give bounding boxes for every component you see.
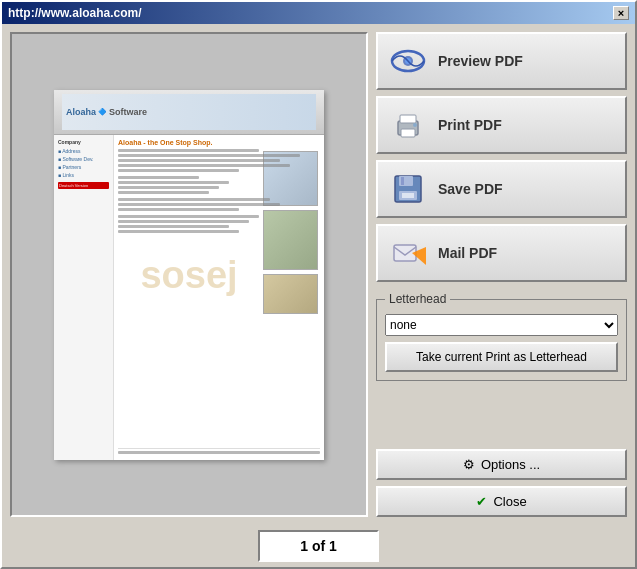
svg-point-6 — [413, 123, 417, 127]
print-pdf-button[interactable]: Print PDF — [376, 96, 627, 154]
svg-rect-4 — [401, 129, 415, 137]
content-area: Aloaha 🔷 Software Company ■ Address ■ So… — [2, 24, 635, 525]
title-bar: http://www.aloaha.com/ × — [2, 2, 635, 24]
mail-pdf-label: Mail PDF — [438, 245, 497, 261]
take-letterhead-button[interactable]: Take current Print as Letterhead — [385, 342, 618, 372]
mail-pdf-button[interactable]: Mail PDF — [376, 224, 627, 282]
sidebar-item-4: ■ Links — [58, 172, 109, 178]
options-button[interactable]: ⚙ Options ... — [376, 449, 627, 480]
bottom-buttons: ⚙ Options ... ✔ Close — [376, 449, 627, 517]
preview-main-title: Aloaha - the One Stop Shop. — [118, 139, 320, 146]
preview-main: Aloaha - the One Stop Shop. — [114, 135, 324, 460]
pagination-bar: 1 of 1 — [2, 525, 635, 567]
preview-logo: Aloaha — [66, 107, 96, 117]
preview-logo-text: Software — [109, 107, 147, 117]
letterhead-select-wrapper: none — [385, 314, 618, 336]
page-preview: Aloaha 🔷 Software Company ■ Address ■ So… — [54, 90, 324, 460]
svg-rect-5 — [400, 115, 416, 123]
save-pdf-icon — [390, 171, 426, 207]
svg-rect-9 — [401, 177, 404, 185]
pagination-text: 1 of 1 — [258, 530, 379, 562]
close-checkmark-icon: ✔ — [476, 494, 487, 509]
preview-img-3 — [263, 274, 318, 314]
main-window: http://www.aloaha.com/ × Aloaha 🔷 Softwa… — [0, 0, 637, 569]
save-pdf-label: Save PDF — [438, 181, 503, 197]
preview-logo-sub: 🔷 — [98, 108, 107, 116]
sidebar-item-2: ■ Software Dev. — [58, 156, 109, 162]
sidebar-item-1: ■ Address — [58, 148, 109, 154]
preview-header: Aloaha 🔷 Software — [54, 90, 324, 135]
preview-pdf-button[interactable]: Preview PDF — [376, 32, 627, 90]
preview-footer — [118, 448, 320, 456]
right-panel: Preview PDF Print PDF — [376, 32, 627, 517]
close-label: Close — [493, 494, 526, 509]
options-icon: ⚙ — [463, 457, 475, 472]
preview-pdf-label: Preview PDF — [438, 53, 523, 69]
letterhead-legend: Letterhead — [385, 292, 450, 306]
options-label: Options ... — [481, 457, 540, 472]
preview-body: Company ■ Address ■ Software Dev. ■ Part… — [54, 135, 324, 460]
mail-pdf-icon — [390, 235, 426, 271]
close-window-button[interactable]: × — [613, 6, 629, 20]
window-title: http://www.aloaha.com/ — [8, 6, 142, 20]
sidebar-item-3: ■ Partners — [58, 164, 109, 170]
letterhead-select[interactable]: none — [385, 314, 618, 336]
print-pdf-icon — [390, 107, 426, 143]
preview-panel: Aloaha 🔷 Software Company ■ Address ■ So… — [10, 32, 368, 517]
preview-sidebar: Company ■ Address ■ Software Dev. ■ Part… — [54, 135, 114, 460]
letterhead-group: Letterhead none Take current Print as Le… — [376, 292, 627, 381]
preview-img-2 — [263, 210, 318, 270]
preview-pdf-icon — [390, 43, 426, 79]
close-button[interactable]: ✔ Close — [376, 486, 627, 517]
svg-rect-11 — [402, 193, 414, 198]
print-pdf-label: Print PDF — [438, 117, 502, 133]
save-pdf-button[interactable]: Save PDF — [376, 160, 627, 218]
